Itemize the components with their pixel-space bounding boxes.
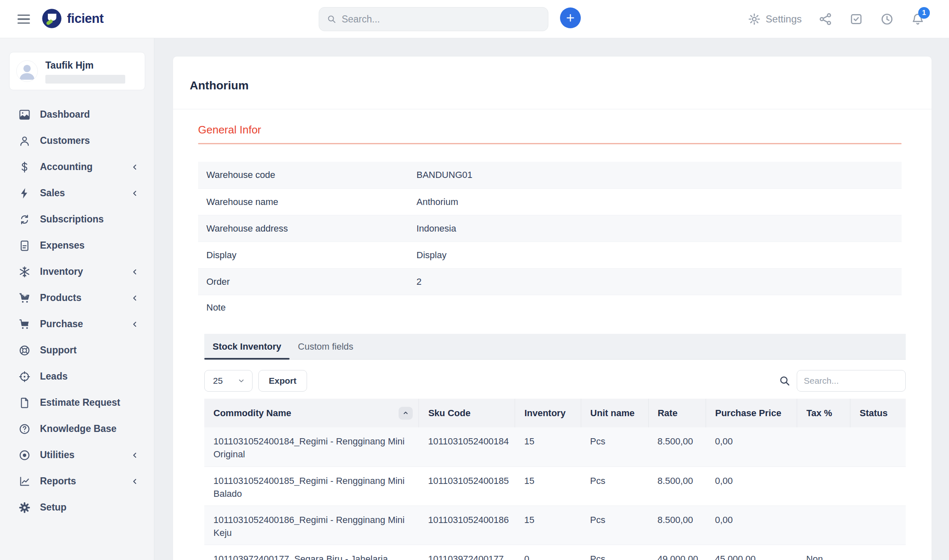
gear-icon (747, 12, 761, 26)
sidebar-item-label: Leads (40, 371, 139, 382)
tab-custom-fields[interactable]: Custom fields (290, 334, 362, 359)
export-button[interactable]: Export (258, 370, 307, 392)
table-row[interactable]: 1011031052400185_Regimi - Rengginang Min… (204, 466, 906, 506)
column-header-sku[interactable]: Sku Code (419, 399, 515, 427)
person-icon (17, 61, 37, 81)
cell-purchase-price: 45.000,00 (706, 545, 797, 560)
repeat-icon (18, 213, 31, 226)
sidebar-item-label: Reports (40, 476, 130, 487)
cart-icon (18, 318, 31, 331)
add-new-button[interactable] (560, 7, 581, 28)
tab-stock-inventory[interactable]: Stock Inventory (204, 334, 290, 359)
sidebar-item-inventory[interactable]: Inventory (0, 259, 154, 285)
global-search-input[interactable] (342, 14, 540, 25)
dot-circle-icon (18, 449, 31, 461)
detail-value: BANDUNG01 (416, 170, 472, 180)
column-header-inventory[interactable]: Inventory (515, 399, 581, 427)
sidebar-item-label: Customers (40, 135, 139, 146)
cell-tax (797, 506, 850, 545)
user-card[interactable]: Taufik Hjm (9, 52, 145, 90)
detail-row: Note (198, 295, 902, 327)
sidebar-item-label: Sales (40, 187, 130, 199)
stock-table: Commodity Name Sku Code Inventory Unit n… (204, 399, 906, 560)
cell-commodity: 1011031052400184_Regimi - Rengginang Min… (204, 427, 419, 466)
column-header-tax[interactable]: Tax % (797, 399, 850, 427)
sidebar-item-accounting[interactable]: Accounting (0, 154, 154, 180)
sidebar-item-subscriptions[interactable]: Subscriptions (0, 206, 154, 232)
sidebar-item-products[interactable]: Products (0, 285, 154, 311)
tasks-icon[interactable] (849, 12, 863, 26)
sidebar-item-label: Knowledge Base (40, 423, 139, 434)
detail-value: Indonesia (416, 223, 456, 234)
column-header-commodity[interactable]: Commodity Name (204, 399, 419, 427)
sidebar-item-sales[interactable]: Sales (0, 180, 154, 206)
brand-logo[interactable]: ficient (42, 8, 104, 29)
table-row[interactable]: 101103972400177_Segara Biru - Jahelaria … (204, 545, 906, 560)
chevron-left-icon (130, 477, 139, 486)
sidebar-item-setup[interactable]: Setup (0, 494, 154, 521)
sidebar-menu: Dashboard Customers Accounting Sales (0, 101, 154, 521)
sidebar-item-label: Subscriptions (40, 214, 139, 225)
detail-label: Warehouse code (206, 170, 416, 180)
sort-button[interactable] (399, 407, 413, 419)
sidebar-item-customers[interactable]: Customers (0, 128, 154, 154)
search-icon (327, 14, 337, 25)
table-row[interactable]: 1011031052400186_Regimi - Rengginang Min… (204, 506, 906, 545)
user-name: Taufik Hjm (45, 60, 125, 71)
cell-unit: Pcs (581, 506, 648, 545)
detail-label: Order (206, 276, 416, 287)
chevron-left-icon (130, 320, 139, 329)
column-header-unit[interactable]: Unit name (581, 399, 648, 427)
cell-status (850, 506, 906, 545)
share-icon[interactable] (818, 12, 833, 26)
cell-unit: Pcs (581, 545, 648, 560)
table-controls: 25 Export (204, 370, 906, 392)
sidebar-item-support[interactable]: Support (0, 337, 154, 363)
cell-rate: 8.500,00 (648, 466, 706, 506)
column-header-purchase-price[interactable]: Purchase Price (706, 399, 797, 427)
detail-value: 2 (416, 276, 421, 287)
clock-icon[interactable] (880, 12, 894, 26)
card-header: Anthorium (173, 57, 932, 109)
sidebar-item-leads[interactable]: Leads (0, 363, 154, 390)
target-icon (18, 370, 31, 383)
notifications-button[interactable]: 1 (911, 12, 925, 26)
table-search-input[interactable] (797, 370, 906, 392)
sidebar-item-dashboard[interactable]: Dashboard (0, 101, 154, 128)
sidebar-item-estimate-request[interactable]: Estimate Request (0, 390, 154, 416)
column-header-status[interactable]: Status (850, 399, 906, 427)
avatar (16, 60, 38, 82)
lifebuoy-icon (18, 344, 31, 357)
sidebar-item-utilities[interactable]: Utilities (0, 442, 154, 468)
detail-label: Note (206, 302, 416, 313)
global-search[interactable] (319, 7, 548, 31)
detail-value: Anthorium (416, 197, 458, 207)
cell-inventory: 0 (515, 545, 581, 560)
stock-panel: Stock Inventory Custom fields 25 Export (204, 334, 906, 560)
lightning-icon (18, 187, 31, 200)
page-size-value: 25 (213, 376, 223, 386)
sidebar-item-label: Estimate Request (40, 397, 139, 408)
section-underline (198, 143, 902, 144)
sidebar-item-purchase[interactable]: Purchase (0, 311, 154, 337)
sidebar-item-label: Support (40, 345, 139, 356)
brand-name: ficient (67, 11, 104, 26)
sidebar-item-knowledge-base[interactable]: Knowledge Base (0, 416, 154, 442)
settings-button[interactable]: Settings (747, 12, 802, 26)
detail-label: Warehouse address (206, 223, 416, 234)
cell-purchase-price: 0,00 (706, 506, 797, 545)
cell-purchase-price: 0,00 (706, 427, 797, 466)
detail-value: Display (416, 250, 446, 261)
file-icon (18, 397, 31, 409)
customers-icon (18, 135, 31, 147)
page-size-select[interactable]: 25 (204, 370, 253, 392)
sidebar-item-reports[interactable]: Reports (0, 468, 154, 494)
table-search (778, 370, 906, 392)
column-header-rate[interactable]: Rate (648, 399, 706, 427)
sidebar: Taufik Hjm Dashboard Customers Accountin… (0, 38, 154, 560)
hamburger-icon[interactable] (17, 13, 32, 25)
search-icon[interactable] (778, 375, 791, 387)
sidebar-item-expenses[interactable]: Expenses (0, 232, 154, 259)
table-row[interactable]: 1011031052400184_Regimi - Rengginang Min… (204, 427, 906, 466)
sidebar-item-label: Dashboard (40, 109, 139, 120)
